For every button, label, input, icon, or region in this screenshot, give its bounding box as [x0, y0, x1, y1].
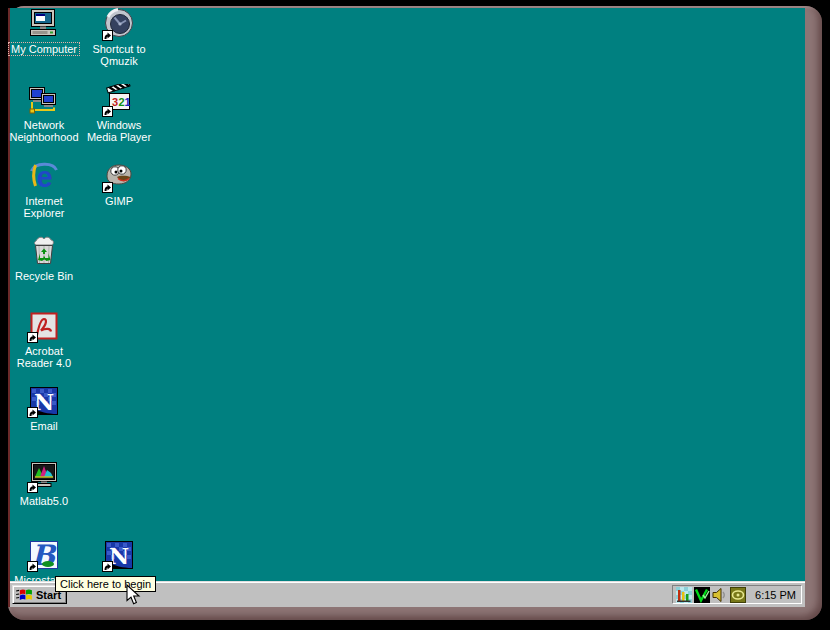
shortcut-arrow-badge	[102, 182, 113, 193]
desktop-icon-label: My Computer	[9, 43, 79, 55]
qmuzik-clock-icon	[103, 8, 135, 40]
screen: My Computer Shortcut to Qmuzik	[8, 8, 805, 607]
desktop-icon-label: Recycle Bin	[13, 270, 75, 282]
desktop-icon-label: Internet Explorer	[6, 195, 82, 219]
desktop-icon-qmuzik[interactable]: Shortcut to Qmuzik	[81, 8, 157, 67]
system-tray: 6:15 PM	[672, 585, 802, 604]
desktop-icon-matlab[interactable]: Matlab5.0	[6, 460, 82, 507]
desktop-icon-internet-explorer[interactable]: e Internet Explorer	[6, 160, 82, 219]
desktop-icon-email[interactable]: N Email	[6, 385, 82, 432]
desktop-icon-windows-media-player[interactable]: 3 2 1 Windows Media Player	[81, 84, 157, 143]
desktop-icon-acrobat-reader[interactable]: Acrobat Reader 4.0	[6, 310, 82, 369]
desktop-icon-my-computer[interactable]: My Computer	[6, 8, 82, 55]
netscape-n-icon: N	[28, 385, 60, 417]
shortcut-arrow-badge	[102, 30, 113, 41]
desktop-icon-label: Email	[28, 420, 60, 432]
internet-explorer-icon: e	[28, 160, 60, 192]
recycle-bin-icon	[28, 235, 60, 267]
desktop-icon-label: Windows Media Player	[81, 119, 157, 143]
volume-speaker-icon[interactable]	[712, 587, 728, 603]
acrobat-reader-icon	[28, 310, 60, 342]
taskbar-clock[interactable]: 6:15 PM	[755, 589, 796, 601]
desktop-icon-recycle-bin[interactable]: Recycle Bin	[6, 235, 82, 282]
shortcut-arrow-badge	[27, 332, 38, 343]
my-computer-icon	[28, 8, 60, 40]
display-utility-icon[interactable]	[730, 587, 746, 603]
shortcut-arrow-badge	[102, 561, 113, 572]
shortcut-arrow-badge	[102, 106, 113, 117]
shortcut-arrow-badge	[27, 561, 38, 572]
network-neighborhood-icon	[28, 84, 60, 116]
desktop-icon-label: Shortcut to Qmuzik	[81, 43, 157, 67]
media-player-clapper-icon: 3 2 1	[103, 84, 135, 116]
desktop-icon-label: Matlab5.0	[18, 495, 70, 507]
gimp-wilber-icon	[103, 160, 135, 192]
mouse-cursor	[126, 584, 143, 607]
svg-text:1: 1	[125, 96, 131, 108]
desktop-icon-gimp[interactable]: GIMP	[81, 160, 157, 207]
desktop-icon-label: Network Neighborhood	[6, 119, 82, 143]
shortcut-arrow-badge	[27, 482, 38, 493]
desktop[interactable]: My Computer Shortcut to Qmuzik	[10, 8, 805, 582]
matlab-plot-icon	[28, 460, 60, 492]
scheduler-meter-icon[interactable]	[676, 587, 692, 603]
desktop-icon-label: GIMP	[103, 195, 135, 207]
shortcut-arrow-badge	[27, 407, 38, 418]
desktop-icon-network-neighborhood[interactable]: Network Neighborhood	[6, 84, 82, 143]
netscape-n-icon: N	[103, 539, 135, 571]
windows-logo-icon	[16, 588, 33, 601]
vshield-antivirus-icon[interactable]	[694, 587, 710, 603]
desktop-icon-label: Acrobat Reader 4.0	[6, 345, 82, 369]
microstation-b-icon: B	[28, 539, 60, 571]
